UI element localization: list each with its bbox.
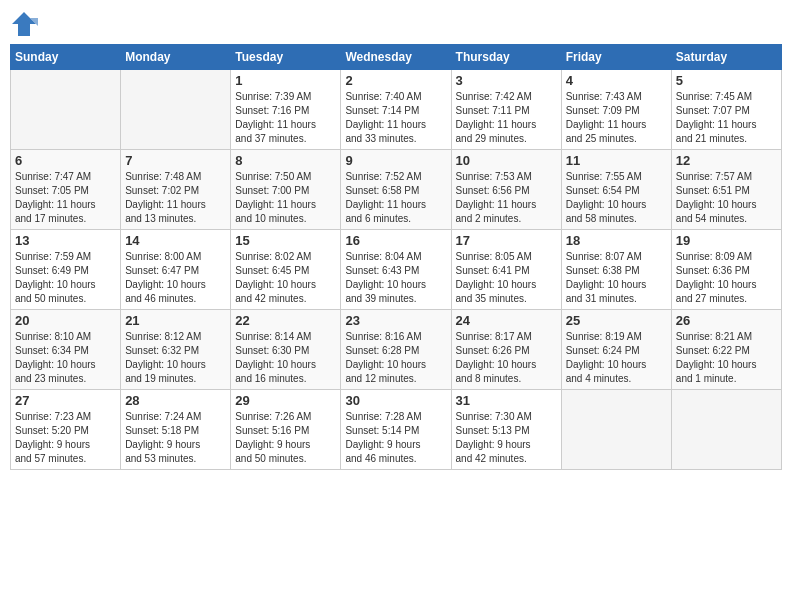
day-number: 27 [15,393,116,408]
calendar-cell: 16Sunrise: 8:04 AM Sunset: 6:43 PM Dayli… [341,230,451,310]
calendar-cell: 18Sunrise: 8:07 AM Sunset: 6:38 PM Dayli… [561,230,671,310]
column-header-friday: Friday [561,45,671,70]
day-number: 10 [456,153,557,168]
day-number: 5 [676,73,777,88]
day-info: Sunrise: 7:30 AM Sunset: 5:13 PM Dayligh… [456,410,557,466]
calendar-header-row: SundayMondayTuesdayWednesdayThursdayFrid… [11,45,782,70]
calendar-cell: 27Sunrise: 7:23 AM Sunset: 5:20 PM Dayli… [11,390,121,470]
calendar-week-1: 1Sunrise: 7:39 AM Sunset: 7:16 PM Daylig… [11,70,782,150]
day-info: Sunrise: 8:09 AM Sunset: 6:36 PM Dayligh… [676,250,777,306]
calendar-cell: 7Sunrise: 7:48 AM Sunset: 7:02 PM Daylig… [121,150,231,230]
calendar-cell: 8Sunrise: 7:50 AM Sunset: 7:00 PM Daylig… [231,150,341,230]
day-number: 1 [235,73,336,88]
day-info: Sunrise: 7:42 AM Sunset: 7:11 PM Dayligh… [456,90,557,146]
day-info: Sunrise: 8:16 AM Sunset: 6:28 PM Dayligh… [345,330,446,386]
day-info: Sunrise: 7:28 AM Sunset: 5:14 PM Dayligh… [345,410,446,466]
day-number: 11 [566,153,667,168]
day-number: 2 [345,73,446,88]
day-number: 6 [15,153,116,168]
calendar-week-2: 6Sunrise: 7:47 AM Sunset: 7:05 PM Daylig… [11,150,782,230]
day-number: 21 [125,313,226,328]
day-number: 24 [456,313,557,328]
calendar-cell: 14Sunrise: 8:00 AM Sunset: 6:47 PM Dayli… [121,230,231,310]
calendar-cell [121,70,231,150]
calendar-cell: 26Sunrise: 8:21 AM Sunset: 6:22 PM Dayli… [671,310,781,390]
day-info: Sunrise: 7:53 AM Sunset: 6:56 PM Dayligh… [456,170,557,226]
calendar-cell: 28Sunrise: 7:24 AM Sunset: 5:18 PM Dayli… [121,390,231,470]
calendar-cell: 1Sunrise: 7:39 AM Sunset: 7:16 PM Daylig… [231,70,341,150]
calendar-cell [11,70,121,150]
day-info: Sunrise: 7:43 AM Sunset: 7:09 PM Dayligh… [566,90,667,146]
day-info: Sunrise: 7:50 AM Sunset: 7:00 PM Dayligh… [235,170,336,226]
calendar-cell: 5Sunrise: 7:45 AM Sunset: 7:07 PM Daylig… [671,70,781,150]
calendar-cell: 15Sunrise: 8:02 AM Sunset: 6:45 PM Dayli… [231,230,341,310]
calendar-cell: 30Sunrise: 7:28 AM Sunset: 5:14 PM Dayli… [341,390,451,470]
day-info: Sunrise: 7:40 AM Sunset: 7:14 PM Dayligh… [345,90,446,146]
day-number: 14 [125,233,226,248]
day-number: 26 [676,313,777,328]
column-header-sunday: Sunday [11,45,121,70]
page-header [10,10,782,38]
day-info: Sunrise: 7:48 AM Sunset: 7:02 PM Dayligh… [125,170,226,226]
day-number: 3 [456,73,557,88]
day-info: Sunrise: 8:14 AM Sunset: 6:30 PM Dayligh… [235,330,336,386]
calendar-cell: 21Sunrise: 8:12 AM Sunset: 6:32 PM Dayli… [121,310,231,390]
day-number: 9 [345,153,446,168]
day-number: 18 [566,233,667,248]
calendar-week-4: 20Sunrise: 8:10 AM Sunset: 6:34 PM Dayli… [11,310,782,390]
day-number: 19 [676,233,777,248]
column-header-thursday: Thursday [451,45,561,70]
calendar-cell: 23Sunrise: 8:16 AM Sunset: 6:28 PM Dayli… [341,310,451,390]
day-number: 4 [566,73,667,88]
calendar-cell: 13Sunrise: 7:59 AM Sunset: 6:49 PM Dayli… [11,230,121,310]
day-info: Sunrise: 7:47 AM Sunset: 7:05 PM Dayligh… [15,170,116,226]
day-info: Sunrise: 7:52 AM Sunset: 6:58 PM Dayligh… [345,170,446,226]
logo-icon [10,10,38,38]
calendar-cell [561,390,671,470]
day-info: Sunrise: 7:59 AM Sunset: 6:49 PM Dayligh… [15,250,116,306]
calendar-cell: 19Sunrise: 8:09 AM Sunset: 6:36 PM Dayli… [671,230,781,310]
day-info: Sunrise: 8:05 AM Sunset: 6:41 PM Dayligh… [456,250,557,306]
day-info: Sunrise: 8:19 AM Sunset: 6:24 PM Dayligh… [566,330,667,386]
calendar-week-5: 27Sunrise: 7:23 AM Sunset: 5:20 PM Dayli… [11,390,782,470]
column-header-tuesday: Tuesday [231,45,341,70]
calendar-cell: 17Sunrise: 8:05 AM Sunset: 6:41 PM Dayli… [451,230,561,310]
column-header-monday: Monday [121,45,231,70]
day-info: Sunrise: 8:04 AM Sunset: 6:43 PM Dayligh… [345,250,446,306]
day-number: 28 [125,393,226,408]
day-info: Sunrise: 7:55 AM Sunset: 6:54 PM Dayligh… [566,170,667,226]
calendar-cell: 3Sunrise: 7:42 AM Sunset: 7:11 PM Daylig… [451,70,561,150]
calendar-cell: 9Sunrise: 7:52 AM Sunset: 6:58 PM Daylig… [341,150,451,230]
calendar-cell: 12Sunrise: 7:57 AM Sunset: 6:51 PM Dayli… [671,150,781,230]
day-info: Sunrise: 7:23 AM Sunset: 5:20 PM Dayligh… [15,410,116,466]
calendar-week-3: 13Sunrise: 7:59 AM Sunset: 6:49 PM Dayli… [11,230,782,310]
calendar-cell: 2Sunrise: 7:40 AM Sunset: 7:14 PM Daylig… [341,70,451,150]
calendar-cell: 6Sunrise: 7:47 AM Sunset: 7:05 PM Daylig… [11,150,121,230]
calendar-cell: 29Sunrise: 7:26 AM Sunset: 5:16 PM Dayli… [231,390,341,470]
day-number: 23 [345,313,446,328]
day-info: Sunrise: 8:10 AM Sunset: 6:34 PM Dayligh… [15,330,116,386]
day-info: Sunrise: 8:02 AM Sunset: 6:45 PM Dayligh… [235,250,336,306]
day-info: Sunrise: 7:26 AM Sunset: 5:16 PM Dayligh… [235,410,336,466]
calendar-table: SundayMondayTuesdayWednesdayThursdayFrid… [10,44,782,470]
svg-marker-0 [12,12,36,36]
day-info: Sunrise: 8:12 AM Sunset: 6:32 PM Dayligh… [125,330,226,386]
day-info: Sunrise: 7:24 AM Sunset: 5:18 PM Dayligh… [125,410,226,466]
calendar-cell: 20Sunrise: 8:10 AM Sunset: 6:34 PM Dayli… [11,310,121,390]
day-number: 30 [345,393,446,408]
day-number: 20 [15,313,116,328]
calendar-cell: 24Sunrise: 8:17 AM Sunset: 6:26 PM Dayli… [451,310,561,390]
day-info: Sunrise: 7:39 AM Sunset: 7:16 PM Dayligh… [235,90,336,146]
day-info: Sunrise: 7:45 AM Sunset: 7:07 PM Dayligh… [676,90,777,146]
day-number: 13 [15,233,116,248]
day-number: 29 [235,393,336,408]
logo [10,10,42,38]
calendar-cell: 10Sunrise: 7:53 AM Sunset: 6:56 PM Dayli… [451,150,561,230]
day-number: 25 [566,313,667,328]
column-header-wednesday: Wednesday [341,45,451,70]
day-info: Sunrise: 8:21 AM Sunset: 6:22 PM Dayligh… [676,330,777,386]
calendar-cell: 25Sunrise: 8:19 AM Sunset: 6:24 PM Dayli… [561,310,671,390]
day-number: 7 [125,153,226,168]
day-info: Sunrise: 8:17 AM Sunset: 6:26 PM Dayligh… [456,330,557,386]
calendar-cell: 4Sunrise: 7:43 AM Sunset: 7:09 PM Daylig… [561,70,671,150]
